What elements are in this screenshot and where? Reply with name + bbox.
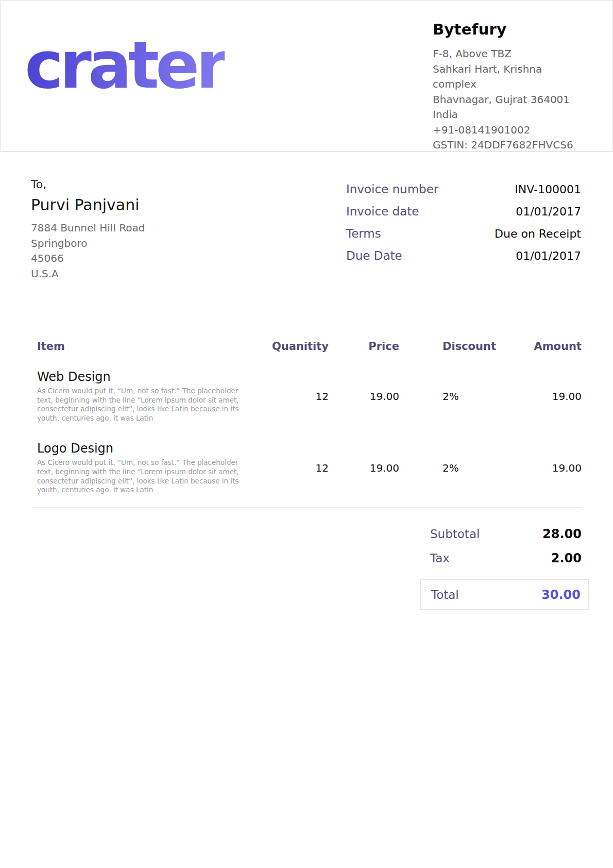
invoice-meta: Invoice number INV-100001 Invoice date 0… bbox=[346, 182, 581, 281]
terms-value: Due on Receipt bbox=[495, 227, 581, 240]
item-price: 19.00 bbox=[329, 462, 399, 474]
client-address-line: U.S.A bbox=[31, 266, 145, 282]
item-amount: 19.00 bbox=[499, 390, 582, 403]
subtotal-label: Subtotal bbox=[430, 527, 480, 541]
tax-value: 2.00 bbox=[551, 551, 582, 565]
company-address-line: F-8, Above TBZ bbox=[433, 46, 586, 62]
company-phone: +91-08141901002 bbox=[433, 123, 586, 138]
bill-to-block: To, Purvi Panjvani 7884 Bunnel Hill Road… bbox=[31, 178, 145, 281]
tax-label: Tax bbox=[430, 552, 450, 565]
crater-logo: crater bbox=[25, 33, 225, 151]
table-row: Web Design As Cicero would put it, “Um, … bbox=[33, 370, 582, 423]
item-name: Web Design bbox=[37, 370, 270, 384]
item-cell: Logo Design As Cicero would put it, “Um,… bbox=[33, 441, 270, 494]
item-description: As Cicero would put it, “Um, not so fast… bbox=[37, 458, 256, 494]
client-address-line: Springboro bbox=[31, 236, 145, 252]
total-box: Total 30.00 bbox=[420, 579, 589, 610]
totals-section: Subtotal 28.00 Tax 2.00 Total 30.00 bbox=[420, 527, 589, 610]
tax-row: Tax 2.00 bbox=[420, 551, 589, 565]
subtotal-row: Subtotal 28.00 bbox=[420, 527, 589, 541]
company-gstin: GSTIN: 24DDF7682FHVCS6 bbox=[433, 138, 586, 153]
table-bottom-divider bbox=[33, 507, 582, 508]
company-address: F-8, Above TBZ Sahkari Hart, Krishna com… bbox=[433, 46, 586, 153]
item-quantity: 12 bbox=[270, 462, 329, 474]
item-quantity: 12 bbox=[270, 390, 329, 403]
col-header-amount: Amount bbox=[499, 340, 582, 353]
col-header-quantity: Quanitity bbox=[270, 340, 329, 353]
due-date-label: Due Date bbox=[346, 249, 402, 262]
meta-row-terms: Terms Due on Receipt bbox=[346, 227, 581, 240]
item-price: 19.00 bbox=[329, 390, 399, 403]
subtotal-value: 28.00 bbox=[542, 527, 582, 541]
total-value: 30.00 bbox=[541, 588, 581, 602]
col-header-discount: Discount bbox=[399, 340, 499, 353]
col-header-item: Item bbox=[33, 340, 270, 353]
company-address-line: Bhavnagar, Gujrat 364001 bbox=[433, 92, 586, 108]
billing-section: To, Purvi Panjvani 7884 Bunnel Hill Road… bbox=[31, 178, 581, 281]
item-name: Logo Design bbox=[37, 441, 270, 456]
item-discount: 2% bbox=[399, 390, 499, 403]
items-table-header: Item Quanitity Price Discount Amount bbox=[33, 340, 582, 353]
item-cell: Web Design As Cicero would put it, “Um, … bbox=[33, 370, 270, 423]
items-table: Item Quanitity Price Discount Amount Web… bbox=[33, 340, 582, 508]
company-block: Bytefury F-8, Above TBZ Sahkari Hart, Kr… bbox=[433, 21, 586, 151]
meta-row-due-date: Due Date 01/01/2017 bbox=[346, 249, 581, 262]
col-header-price: Price bbox=[329, 340, 399, 353]
terms-label: Terms bbox=[346, 227, 381, 240]
client-address-line: 45066 bbox=[31, 251, 145, 266]
invoice-number-value: INV-100001 bbox=[515, 183, 581, 196]
item-description: As Cicero would put it, “Um, not so fast… bbox=[37, 387, 256, 423]
company-address-line: Sahkari Hart, Krishna complex bbox=[433, 62, 586, 92]
due-date-value: 01/01/2017 bbox=[516, 249, 581, 262]
meta-row-invoice-number: Invoice number INV-100001 bbox=[346, 182, 581, 196]
bill-to-label: To, bbox=[31, 178, 145, 191]
invoice-number-label: Invoice number bbox=[346, 182, 438, 196]
company-address-line: India bbox=[433, 107, 586, 123]
item-discount: 2% bbox=[399, 462, 499, 474]
invoice-header: crater Bytefury F-8, Above TBZ Sahkari H… bbox=[0, 0, 613, 152]
table-row: Logo Design As Cicero would put it, “Um,… bbox=[33, 441, 582, 494]
client-address-line: 7884 Bunnel Hill Road bbox=[31, 221, 145, 236]
invoice-date-value: 01/01/2017 bbox=[516, 205, 581, 218]
total-label: Total bbox=[431, 588, 459, 602]
invoice-date-label: Invoice date bbox=[346, 205, 419, 218]
company-name: Bytefury bbox=[433, 21, 586, 38]
client-name: Purvi Panjvani bbox=[31, 196, 145, 214]
item-amount: 19.00 bbox=[499, 462, 582, 474]
client-address: 7884 Bunnel Hill Road Springboro 45066 U… bbox=[31, 221, 145, 281]
meta-row-invoice-date: Invoice date 01/01/2017 bbox=[346, 205, 581, 218]
